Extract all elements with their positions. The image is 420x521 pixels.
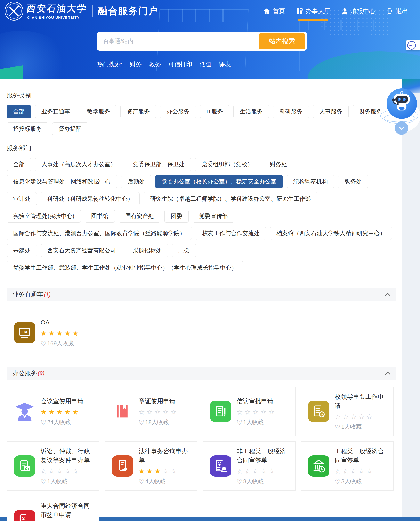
section-title: 办公服务 bbox=[13, 369, 37, 378]
service-card[interactable]: 诉讼、仲裁、行政复议等案件申办单☆☆☆☆☆♡1人收藏 bbox=[7, 441, 99, 491]
department-chip[interactable]: 教务处 bbox=[338, 175, 368, 188]
nav-item-4[interactable]: 退出 bbox=[386, 7, 408, 15]
category-chip[interactable]: 教学服务 bbox=[81, 105, 116, 118]
category-chip[interactable]: 资产服务 bbox=[120, 105, 156, 118]
star-icon: ☆ bbox=[358, 467, 364, 475]
service-name: 非工程类一般经济合同审签单 bbox=[237, 447, 291, 465]
heart-icon: ♡ bbox=[237, 419, 242, 426]
department-chip[interactable]: 党委宣传部 bbox=[193, 209, 234, 223]
department-chip[interactable]: 工会 bbox=[172, 244, 196, 257]
service-card[interactable]: 工程类一般经济合同审签单☆☆☆☆☆♡3人收藏 bbox=[301, 441, 394, 491]
star-icon: ☆ bbox=[343, 413, 349, 421]
service-name: 校领导重要工作申请 bbox=[335, 392, 389, 410]
hot-search-item[interactable]: 教务 bbox=[149, 60, 161, 69]
department-chip[interactable]: 全部 bbox=[7, 158, 31, 171]
collapse-chevron-icon[interactable] bbox=[385, 372, 390, 375]
service-info: 章证使用申请☆☆☆☆☆♡18人收藏 bbox=[139, 397, 193, 426]
heart-icon: ♡ bbox=[41, 340, 46, 347]
category-chip[interactable]: IT服务 bbox=[200, 105, 229, 118]
nav-item-2[interactable]: 办事大厅 bbox=[296, 7, 330, 15]
favorite-count: 24人收藏 bbox=[47, 418, 71, 426]
star-icon: ☆ bbox=[154, 408, 161, 416]
doc-envelope-icon bbox=[14, 455, 35, 477]
department-chip[interactable]: 信息化建设与管理处、网络和数据中心 bbox=[7, 175, 117, 188]
favorite-row: ♡24人收藏 bbox=[41, 418, 95, 426]
service-sections: 业务直通车(1)OAOA★★★★★♡169人收藏办公服务(9)会议室使用申请★★… bbox=[7, 288, 396, 521]
site-search: 站内搜索 bbox=[97, 32, 307, 51]
department-chip[interactable]: 科研处（科研成果转移转化中心） bbox=[41, 192, 140, 205]
service-card[interactable]: 会议室使用申请★★★★★♡24人收藏 bbox=[7, 387, 99, 436]
nav-item-3[interactable]: 填报中心 bbox=[341, 7, 375, 15]
nav-item-label: 填报中心 bbox=[351, 7, 375, 15]
department-chip[interactable]: 研究生院（卓越工程师学院）、学科建设办公室、研究生工作部 bbox=[144, 192, 317, 205]
hot-search-item[interactable]: 课表 bbox=[219, 60, 231, 69]
category-chip[interactable]: 全部 bbox=[7, 105, 31, 118]
hot-search-item[interactable]: 财务 bbox=[130, 60, 142, 69]
department-chip[interactable]: 图书馆 bbox=[85, 209, 115, 223]
favorite-row: ♡4人收藏 bbox=[139, 477, 193, 485]
star-icon: ☆ bbox=[252, 467, 259, 475]
robot-assistant-icon[interactable] bbox=[387, 88, 417, 119]
service-name: 会议室使用申请 bbox=[41, 397, 95, 406]
category-chip[interactable]: 办公服务 bbox=[160, 105, 196, 118]
star-icon: ☆ bbox=[268, 467, 274, 475]
service-card[interactable]: 章证使用申请☆☆☆☆☆♡18人收藏 bbox=[105, 387, 197, 436]
category-chip[interactable]: 督办提醒 bbox=[52, 122, 88, 135]
department-chip[interactable]: 审计处 bbox=[7, 192, 37, 205]
department-chip[interactable]: 财务处 bbox=[263, 158, 293, 171]
graduate-person-icon bbox=[14, 401, 35, 422]
section-count: (1) bbox=[44, 291, 51, 298]
section-header: 办公服务(9) bbox=[7, 367, 396, 380]
heart-icon: ♡ bbox=[139, 478, 144, 485]
category-chips: 全部业务直通车教学服务资产服务办公服务IT服务生活服务科研服务人事服务财务服务招… bbox=[7, 105, 396, 139]
star-icon: ☆ bbox=[237, 408, 243, 416]
department-chip[interactable]: 纪检监察机构 bbox=[287, 175, 334, 188]
department-chip[interactable]: 团委 bbox=[165, 209, 189, 223]
service-info: 重大合同经济合同审签单申请☆☆☆☆☆♡3人收藏 bbox=[41, 501, 95, 521]
department-chip[interactable]: 档案馆（西安石油大学铁人精神研究中心） bbox=[270, 227, 392, 240]
search-button[interactable]: 站内搜索 bbox=[259, 33, 305, 49]
collapse-chevron-icon[interactable] bbox=[385, 293, 390, 296]
department-chip[interactable]: 党委学生工作部、武装部、学生工作处（就业创业指导中心）（学生心理成长指导中心） bbox=[7, 261, 243, 274]
department-chip[interactable]: 党委办公室（校长办公室）、稳定安全办公室 bbox=[155, 175, 283, 188]
star-icon: ★ bbox=[64, 408, 70, 416]
department-chip[interactable]: 后勤处 bbox=[121, 175, 151, 188]
service-card[interactable]: ¥非工程类一般经济合同审签单☆☆☆☆☆♡8人收藏 bbox=[203, 441, 295, 491]
hot-search-item[interactable]: 低值 bbox=[200, 60, 211, 69]
department-filter-label: 服务部门 bbox=[7, 144, 396, 153]
department-chip[interactable]: 国有资产处 bbox=[119, 209, 160, 223]
category-chip[interactable]: 科研服务 bbox=[273, 105, 309, 118]
star-icon: ★ bbox=[64, 329, 70, 337]
department-chip[interactable]: 党委组织部（党校） bbox=[195, 158, 259, 171]
hot-search-item[interactable]: 可信打印 bbox=[168, 60, 192, 69]
search-input[interactable] bbox=[97, 32, 259, 51]
department-chip[interactable]: 党委保卫部、保卫处 bbox=[127, 158, 191, 171]
nav-item-1[interactable]: 首页 bbox=[263, 7, 285, 15]
ifly-input-widget[interactable]: iFLY bbox=[406, 40, 420, 51]
star-icon: ☆ bbox=[244, 467, 251, 475]
service-card[interactable]: ¥重大合同经济合同审签单申请☆☆☆☆☆♡3人收藏 bbox=[7, 496, 99, 521]
category-chip[interactable]: 人事服务 bbox=[313, 105, 349, 118]
service-card[interactable]: 法律事务咨询申办单★★★☆☆♡4人收藏 bbox=[105, 441, 197, 491]
service-card[interactable]: OAOA★★★★★♡169人收藏 bbox=[7, 308, 99, 357]
service-name: 工程类一般经济合同审签单 bbox=[335, 447, 389, 465]
star-icon: ★ bbox=[48, 408, 54, 416]
department-chip[interactable]: 人事处（高层次人才办公室） bbox=[35, 158, 122, 171]
category-chip[interactable]: 业务直通车 bbox=[35, 105, 76, 118]
department-chip[interactable]: 国际合作与交流处、港澳台办公室、国际教育学院（丝路能源学院） bbox=[7, 227, 192, 240]
service-name: 重大合同经济合同审签单申请 bbox=[41, 501, 95, 519]
star-icon: ☆ bbox=[366, 467, 372, 475]
category-chip[interactable]: 招投标服务 bbox=[7, 122, 48, 135]
scroll-down-button[interactable] bbox=[395, 121, 408, 135]
department-chip[interactable]: 校友工作与合作交流处 bbox=[196, 227, 266, 240]
service-card[interactable]: 补校领导重要工作申请☆☆☆☆☆♡1人收藏 bbox=[301, 387, 394, 436]
department-chip[interactable]: 采购招标处 bbox=[127, 244, 168, 257]
department-chip[interactable]: 基建处 bbox=[7, 244, 37, 257]
star-icon: ☆ bbox=[146, 408, 153, 416]
department-chip[interactable]: 实验室管理处(实验中心) bbox=[7, 209, 81, 223]
department-chip[interactable]: 西安石大资产经营有限公司 bbox=[41, 244, 122, 257]
category-chip[interactable]: 生活服务 bbox=[233, 105, 269, 118]
favorite-row: ♡1人收藏 bbox=[237, 418, 291, 426]
service-card[interactable]: 信访审批申请☆☆☆☆☆♡1人收藏 bbox=[203, 387, 295, 436]
star-icon: ★ bbox=[56, 408, 63, 416]
